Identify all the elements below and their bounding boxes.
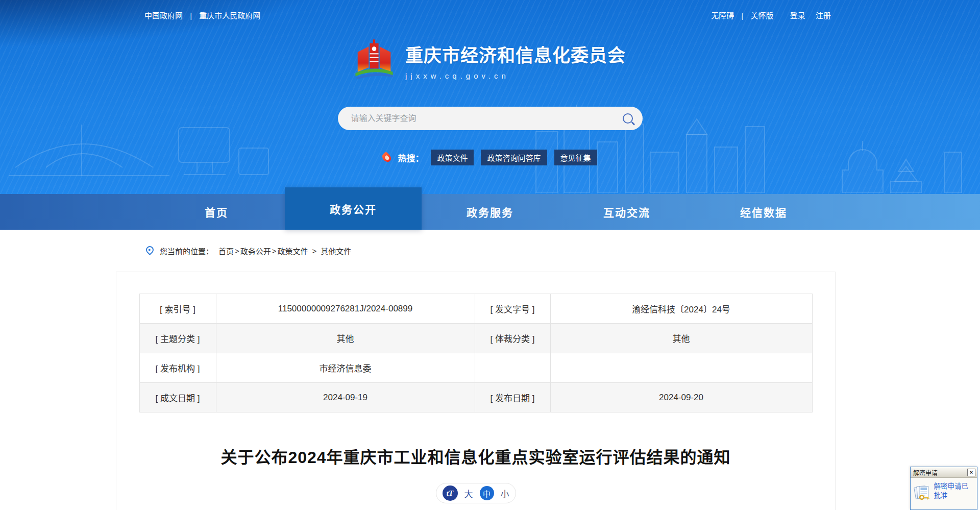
- site-header: 中国政府网 | 重庆市人民政府网 无障碍 | 关怀版 登录 注册: [0, 0, 980, 194]
- popup-body: 解密申请已批准: [911, 478, 977, 509]
- hot-link-policy-files[interactable]: 政策文件: [431, 150, 474, 165]
- meta-value-index-no: 11500000009276281J/2024-00899: [216, 294, 475, 324]
- brand-text: 重庆市经济和信息化委员会 jjxxw.cq.gov.cn: [405, 37, 626, 80]
- topbar-right-links: 无障碍 | 关怀版 登录 注册: [711, 10, 831, 20]
- meta-value-publisher: 市经济信息委: [216, 353, 475, 383]
- popup-close-button[interactable]: ×: [967, 469, 975, 476]
- meta-label-publisher: [ 发布机构 ]: [139, 353, 216, 383]
- doc-meta-table: [ 索引号 ] 11500000009276281J/2024-00899 [ …: [139, 294, 813, 412]
- topbar-separator: |: [742, 11, 744, 20]
- nav-item-gov-open[interactable]: 政务公开: [285, 187, 422, 230]
- breadcrumb-separator: >: [272, 247, 277, 255]
- meta-value-genre-class: 其他: [550, 324, 812, 353]
- table-row: [ 发布机构 ] 市经济信息委: [139, 353, 812, 383]
- meta-value-written-date: 2024-09-19: [216, 383, 475, 412]
- meta-label-topic-class: [ 主题分类 ]: [139, 324, 216, 353]
- font-size-icon: tT: [443, 485, 458, 501]
- hot-link-opinion-collect[interactable]: 意见征集: [554, 150, 597, 165]
- meta-label-doc-no: [ 发文字号 ]: [475, 294, 550, 324]
- location-pin-icon: [144, 244, 155, 255]
- font-size-medium-button[interactable]: 中: [480, 486, 494, 500]
- breadcrumb-other-files[interactable]: 其他文件: [321, 246, 351, 256]
- topbar-separator: |: [190, 11, 192, 20]
- breadcrumb-separator: >: [235, 247, 239, 255]
- link-login[interactable]: 登录: [790, 11, 805, 20]
- link-cq-gov[interactable]: 重庆市人民政府网: [199, 11, 260, 20]
- search-input[interactable]: [350, 113, 617, 124]
- breadcrumb-policy-files[interactable]: 政策文件: [278, 246, 308, 256]
- font-size-control: tT 大 中 小: [436, 483, 516, 503]
- link-care-version[interactable]: 关怀版: [751, 11, 774, 20]
- decrypt-approved-link[interactable]: 解密申请已批准: [934, 482, 974, 500]
- font-size-small-button[interactable]: 小: [501, 487, 509, 500]
- popup-title: 解密申请: [913, 468, 938, 477]
- meta-label-index-no: [ 索引号 ]: [139, 294, 216, 324]
- brand-area: 重庆市经济和信息化委员会 jjxxw.cq.gov.cn: [0, 37, 980, 81]
- top-utility-bar: 中国政府网 | 重庆市人民政府网 无障碍 | 关怀版 登录 注册: [0, 0, 980, 30]
- meta-value-topic-class: 其他: [216, 324, 475, 353]
- hot-search-label: 热搜：: [398, 151, 424, 164]
- search-button[interactable]: [617, 108, 639, 129]
- nav-item-interaction[interactable]: 互动交流: [558, 194, 695, 230]
- meta-label-written-date: [ 成文日期 ]: [139, 383, 216, 412]
- meta-label-publish-date: [ 发布日期 ]: [475, 383, 550, 412]
- popup-titlebar: 解密申请 ×: [911, 467, 977, 478]
- nav-item-data[interactable]: 经信数据: [695, 194, 832, 230]
- hot-link-policy-qa[interactable]: 政策咨询问答库: [481, 150, 547, 165]
- meta-value-doc-no: 渝经信科技〔2024〕24号: [550, 294, 812, 324]
- content-card: [ 索引号 ] 11500000009276281J/2024-00899 [ …: [116, 272, 836, 510]
- close-icon: ×: [970, 470, 973, 475]
- article-title: 关于公布2024年重庆市工业和信息化重点实验室运行评估结果的通知: [116, 444, 835, 468]
- table-row: [ 成文日期 ] 2024-09-19 [ 发布日期 ] 2024-09-20: [139, 383, 812, 412]
- meta-label-empty: [475, 353, 550, 383]
- breadcrumb: 您当前的位置： 首页 > 政务公开 > 政策文件 > 其他文件: [0, 230, 980, 272]
- site-logo-icon: [354, 37, 394, 81]
- font-size-large-button[interactable]: 大: [464, 487, 473, 500]
- link-accessibility[interactable]: 无障碍: [711, 11, 734, 20]
- table-row: [ 主题分类 ] 其他 [ 体裁分类 ] 其他: [139, 324, 812, 353]
- nav-item-home[interactable]: 首页: [148, 194, 285, 230]
- breadcrumb-gov-open[interactable]: 政务公开: [240, 246, 271, 256]
- site-title: 重庆市经济和信息化委员会: [405, 41, 626, 67]
- hot-search-row: 热搜： 政策文件 政策咨询问答库 意见征集: [0, 150, 980, 165]
- search-row: [0, 107, 980, 130]
- meta-label-genre-class: [ 体裁分类 ]: [475, 324, 550, 353]
- breadcrumb-prefix: 您当前的位置：: [160, 246, 213, 256]
- flame-icon: [381, 151, 393, 163]
- site-domain: jjxxw.cq.gov.cn: [405, 71, 626, 80]
- link-china-gov[interactable]: 中国政府网: [144, 11, 183, 20]
- search-icon: [623, 113, 633, 124]
- page-root: 中国政府网 | 重庆市人民政府网 无障碍 | 关怀版 登录 注册: [0, 0, 980, 510]
- table-row: [ 索引号 ] 11500000009276281J/2024-00899 [ …: [139, 294, 812, 324]
- breadcrumb-separator: >: [312, 247, 317, 255]
- cityscape-decoration: [0, 91, 980, 193]
- meta-value-empty: [550, 353, 812, 383]
- breadcrumb-home[interactable]: 首页: [218, 246, 234, 256]
- main-nav: 首页 政务公开 政务服务 互动交流 经信数据: [0, 194, 980, 230]
- topbar-left-links: 中国政府网 | 重庆市人民政府网: [144, 10, 260, 20]
- meta-value-publish-date: 2024-09-20: [550, 383, 812, 412]
- nav-item-gov-service[interactable]: 政务服务: [422, 194, 558, 230]
- document-key-icon: [914, 482, 931, 503]
- decrypt-popup: 解密申请 × 解密: [910, 467, 977, 510]
- search-box: [338, 107, 643, 130]
- link-register[interactable]: 注册: [816, 11, 831, 20]
